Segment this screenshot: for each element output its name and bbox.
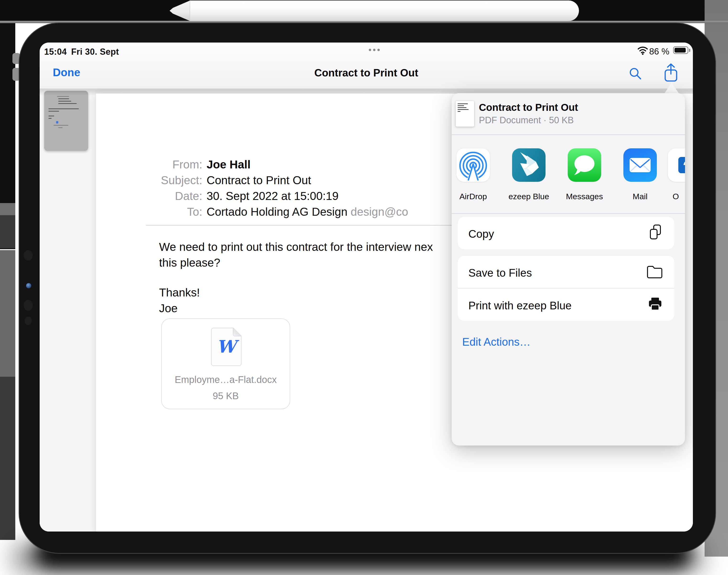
email-to-address: design@co	[348, 205, 408, 218]
email-subject-label: Subject:	[40, 174, 202, 187]
page-thumbnail[interactable]	[44, 91, 88, 151]
print-label: Print with ezeep Blue	[469, 299, 571, 312]
background-left-block	[0, 203, 15, 215]
file-thumbnail	[456, 101, 474, 127]
battery-icon-nub	[689, 49, 690, 52]
edit-actions-link[interactable]: Edit Actions…	[462, 335, 530, 348]
share-file-meta: PDF Document · 50 KB	[479, 115, 574, 126]
app-label-airdrop: AirDrop	[452, 192, 499, 201]
share-sheet: Contract to Print Out PDF Document · 50 …	[452, 93, 685, 445]
print-action[interactable]: Print with ezeep Blue	[458, 289, 674, 321]
sensor	[25, 316, 32, 325]
ipad-screen: 15:04 Fri 30. Sept 86 % Done Contract to…	[40, 42, 693, 532]
background-left-block	[0, 215, 15, 249]
background-left-block	[0, 377, 15, 540]
page-fold	[233, 328, 241, 336]
attachment-name: Employme…a-Flat.docx	[162, 374, 290, 385]
app-label-messages: Messages	[558, 192, 611, 201]
copy-icon	[648, 224, 663, 243]
camera-lens	[26, 283, 31, 288]
apple-pencil	[189, 0, 579, 21]
messages-icon[interactable]	[568, 148, 601, 182]
email-body-line: We need to print out this contract for t…	[159, 240, 433, 253]
multitask-indicator[interactable]	[369, 49, 380, 51]
sensor	[24, 300, 33, 311]
background-left-block	[0, 23, 15, 203]
battery-percent: 86 %	[649, 46, 669, 57]
email-body-line: this please?	[159, 256, 220, 269]
email-from-label: From:	[40, 158, 202, 171]
email-subject-value: Contract to Print Out	[207, 174, 311, 187]
front-camera	[24, 250, 33, 261]
action-group: Save to Files Print with ezeep Blue	[458, 256, 674, 321]
email-signoff: Thanks!	[159, 286, 200, 299]
email-signoff: Joe	[159, 302, 177, 315]
save-to-files-action[interactable]: Save to Files	[458, 256, 674, 288]
outlook-icon[interactable]	[668, 148, 685, 182]
ipad-frame: 15:04 Fri 30. Sept 86 % Done Contract to…	[19, 23, 716, 554]
email-to-label: To:	[40, 205, 202, 218]
status-date: Fri 30. Sept	[71, 47, 119, 57]
save-to-files-label: Save to Files	[469, 266, 532, 279]
thumbnail-attachment-dot	[56, 121, 58, 124]
attachment-size: 95 KB	[162, 391, 290, 401]
scene: 15:04 Fri 30. Sept 86 % Done Contract to…	[0, 0, 728, 575]
email-from-value: Joe Hall	[207, 158, 250, 171]
status-time: 15:04	[44, 47, 67, 57]
search-icon[interactable]	[628, 66, 643, 81]
copy-label: Copy	[469, 228, 494, 240]
word-glyph: W	[212, 336, 241, 357]
mail-icon[interactable]	[623, 148, 657, 182]
ezeep-blue-icon[interactable]	[512, 148, 546, 182]
background-left-block	[0, 250, 15, 377]
divider	[452, 135, 685, 135]
apple-pencil-seam	[189, 1, 190, 21]
navigation-bar	[40, 42, 693, 89]
email-date-value: 30. Sept 2022 at 15:00:19	[207, 190, 339, 203]
word-document-icon: W	[211, 328, 241, 366]
share-icon[interactable]	[663, 63, 679, 83]
divider	[452, 213, 685, 214]
folder-icon	[646, 265, 663, 280]
app-label-ezeep: ezeep Blue	[502, 192, 555, 201]
thumbnail-sidebar	[40, 90, 95, 532]
airdrop-icon[interactable]	[456, 148, 490, 182]
outlook-logo-tail	[681, 165, 685, 173]
wifi-icon	[637, 46, 648, 56]
app-label-outlook: O	[672, 192, 685, 201]
attachment-card[interactable]: W Employme…a-Flat.docx 95 KB	[161, 318, 290, 409]
app-label-mail: Mail	[614, 192, 666, 201]
page-title: Contract to Print Out	[40, 67, 693, 79]
email-date-label: Date:	[40, 190, 202, 203]
printer-icon	[647, 296, 663, 313]
email-to-value: Cortado Holding AG Design design@co	[207, 205, 451, 218]
copy-action[interactable]: Copy	[458, 217, 674, 249]
share-file-title: Contract to Print Out	[479, 102, 578, 113]
battery-icon	[673, 46, 688, 54]
